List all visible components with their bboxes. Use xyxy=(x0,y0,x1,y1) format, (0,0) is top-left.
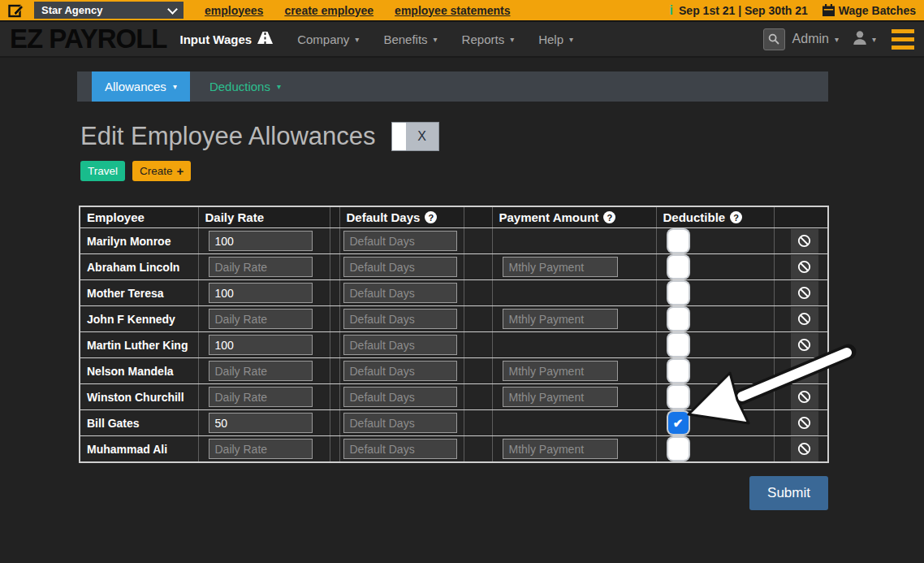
monthly-payment-input[interactable] xyxy=(503,257,618,277)
table-row: Marilyn Monroe xyxy=(80,228,828,254)
nav-company[interactable]: Company ▾ xyxy=(297,32,359,46)
deductible-checkbox[interactable] xyxy=(668,360,689,382)
search-button[interactable] xyxy=(763,28,785,50)
daily-rate-input[interactable] xyxy=(209,335,313,355)
default-days-input[interactable] xyxy=(343,283,457,303)
default-days-input[interactable] xyxy=(343,335,457,355)
link-employee-statements[interactable]: employee statements xyxy=(395,4,510,17)
spacer-cell xyxy=(330,228,339,254)
default-days-input[interactable] xyxy=(343,257,457,277)
table-row: Mother Teresa xyxy=(80,280,828,306)
remove-allowance-button[interactable] xyxy=(791,229,818,253)
content-area: Allowances ▾ Deductions ▾ Edit Employee … xyxy=(0,71,828,510)
monthly-payment-input[interactable] xyxy=(503,387,618,407)
deductible-checkbox[interactable] xyxy=(668,230,689,252)
remove-allowance-button[interactable] xyxy=(791,255,818,279)
remove-allowance-button[interactable] xyxy=(791,359,818,383)
nav-menu: Input Wages Company ▾ Benefits ▾ Reports… xyxy=(180,32,574,46)
daily-rate-input[interactable] xyxy=(209,361,313,381)
default-days-input[interactable] xyxy=(343,231,457,251)
employee-name: Marilyn Monroe xyxy=(80,228,198,254)
spacer-cell xyxy=(464,228,492,254)
daily-rate-input[interactable] xyxy=(209,439,313,459)
employee-name: Nelson Mandela xyxy=(80,358,198,384)
daily-rate-input[interactable] xyxy=(209,387,313,407)
help-icon[interactable]: ? xyxy=(425,211,437,223)
deductible-checkbox[interactable] xyxy=(668,334,689,356)
header-payment-amount-label: Payment Amount xyxy=(499,210,599,224)
spacer-cell xyxy=(464,410,492,436)
submit-button[interactable]: Submit xyxy=(749,476,828,510)
deductible-checkbox[interactable] xyxy=(668,282,689,304)
nav-reports[interactable]: Reports ▾ xyxy=(462,32,515,46)
user-menu[interactable]: ▾ xyxy=(851,29,876,49)
daily-rate-input[interactable] xyxy=(209,231,313,251)
payment-cell-empty xyxy=(492,410,656,436)
admin-menu[interactable]: Admin ▾ xyxy=(792,32,839,46)
topbar-right: i Sep 1st 21 | Sep 30th 21 Wage Batches xyxy=(670,3,916,18)
deductible-checkbox[interactable] xyxy=(668,308,689,330)
deductible-checkbox[interactable] xyxy=(668,256,689,278)
spacer-cell xyxy=(330,436,339,463)
ez-payroll-app: Star Agency employees create employee em… xyxy=(0,0,924,563)
ban-icon xyxy=(797,312,811,326)
daily-rate-input[interactable] xyxy=(209,413,313,433)
create-button[interactable]: Create + xyxy=(132,161,191,181)
remove-allowance-button[interactable] xyxy=(791,385,818,409)
caret-down-icon: ▾ xyxy=(872,35,876,44)
remove-allowance-button[interactable] xyxy=(791,333,818,357)
nav-reports-label: Reports xyxy=(462,32,505,46)
tab-allowances-label: Allowances xyxy=(105,80,166,93)
default-days-input[interactable] xyxy=(343,387,457,407)
deductible-checkbox-checked[interactable]: ✔ xyxy=(668,412,689,434)
daily-rate-input[interactable] xyxy=(209,257,313,277)
link-employees[interactable]: employees xyxy=(205,4,263,17)
payment-cell-empty xyxy=(492,228,656,254)
monthly-payment-input[interactable] xyxy=(503,361,618,381)
help-icon[interactable]: ? xyxy=(603,211,615,223)
close-toggle[interactable]: X xyxy=(391,122,439,151)
spacer-cell xyxy=(330,254,339,280)
daily-rate-input[interactable] xyxy=(209,283,313,303)
header-payment-amount: Payment Amount? xyxy=(492,206,656,228)
help-icon[interactable]: ? xyxy=(730,211,742,223)
spacer-cell xyxy=(330,306,339,332)
spacer-header xyxy=(330,206,339,228)
tab-allowances[interactable]: Allowances ▾ xyxy=(92,71,190,102)
header-deductible: Deductible? xyxy=(656,206,774,228)
nav-benefits-label: Benefits xyxy=(383,32,427,46)
monthly-payment-input[interactable] xyxy=(503,309,618,329)
spacer-cell xyxy=(464,358,492,384)
deductible-checkbox[interactable] xyxy=(668,438,689,460)
info-icon: i xyxy=(670,3,673,18)
remove-allowance-button[interactable] xyxy=(791,411,818,435)
agency-select[interactable]: Star Agency xyxy=(34,2,184,19)
deductible-checkbox[interactable] xyxy=(668,386,689,408)
default-days-input[interactable] xyxy=(343,309,457,329)
spacer-header xyxy=(464,206,492,228)
page-title: Edit Employee Allowances xyxy=(80,122,376,151)
caret-down-icon: ▾ xyxy=(173,82,177,91)
nav-input-wages[interactable]: Input Wages xyxy=(180,32,274,46)
tab-deductions[interactable]: Deductions ▾ xyxy=(196,71,294,102)
pay-period: Sep 1st 21 | Sep 30th 21 xyxy=(679,4,808,17)
daily-rate-input[interactable] xyxy=(209,309,313,329)
default-days-input[interactable] xyxy=(343,413,457,433)
remove-allowance-button[interactable] xyxy=(791,281,818,305)
ban-icon xyxy=(797,390,811,404)
nav-benefits[interactable]: Benefits ▾ xyxy=(383,32,437,46)
remove-allowance-button[interactable] xyxy=(791,437,818,461)
link-create-employee[interactable]: create employee xyxy=(284,4,373,17)
remove-allowance-button[interactable] xyxy=(791,307,818,331)
monthly-payment-input[interactable] xyxy=(503,439,618,459)
default-days-input[interactable] xyxy=(343,439,457,459)
nav-input-wages-label: Input Wages xyxy=(180,32,253,46)
spacer-cell xyxy=(330,280,339,306)
default-days-input[interactable] xyxy=(343,361,457,381)
edit-icon[interactable] xyxy=(8,2,24,19)
nav-help[interactable]: Help ▾ xyxy=(538,32,573,46)
wage-batches-link[interactable]: Wage Batches xyxy=(839,4,916,17)
travel-button[interactable]: Travel xyxy=(80,161,125,181)
create-button-label: Create xyxy=(140,165,173,177)
hamburger-menu-icon[interactable] xyxy=(892,29,914,50)
